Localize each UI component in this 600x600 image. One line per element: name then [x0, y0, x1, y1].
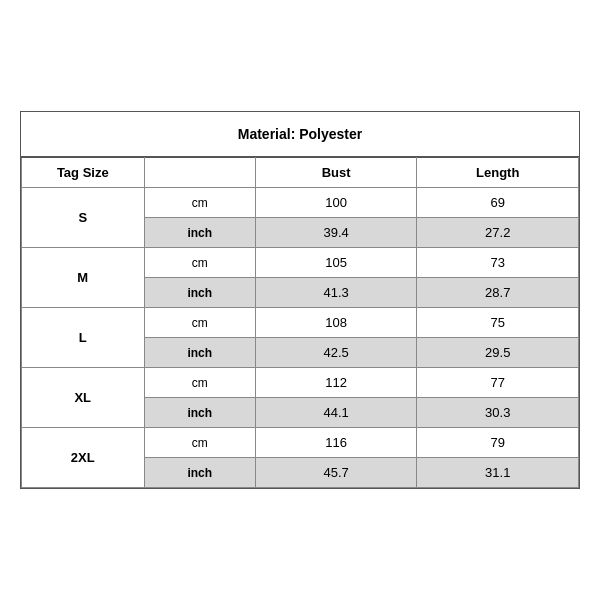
unit-cm-cell: cm	[144, 188, 255, 218]
size-chart: Material: Polyester Tag Size Bust Length…	[20, 111, 580, 489]
bust-inch-cell: 44.1	[255, 398, 417, 428]
unit-cm-cell: cm	[144, 368, 255, 398]
length-cm-cell: 75	[417, 308, 579, 338]
bust-inch-cell: 39.4	[255, 218, 417, 248]
length-inch-cell: 29.5	[417, 338, 579, 368]
bust-cm-cell: 116	[255, 428, 417, 458]
table-header: Tag Size Bust Length	[22, 158, 579, 188]
bust-cm-cell: 108	[255, 308, 417, 338]
length-cm-cell: 79	[417, 428, 579, 458]
length-inch-cell: 31.1	[417, 458, 579, 488]
bust-cm-cell: 112	[255, 368, 417, 398]
unit-cm-cell: cm	[144, 308, 255, 338]
tag-size-cell: 2XL	[22, 428, 145, 488]
unit-inch-cell: inch	[144, 278, 255, 308]
length-inch-cell: 28.7	[417, 278, 579, 308]
tag-size-cell: XL	[22, 368, 145, 428]
unit-inch-cell: inch	[144, 398, 255, 428]
chart-title: Material: Polyester	[21, 112, 579, 157]
unit-inch-cell: inch	[144, 218, 255, 248]
unit-cm-cell: cm	[144, 428, 255, 458]
unit-inch-cell: inch	[144, 338, 255, 368]
bust-cm-cell: 100	[255, 188, 417, 218]
unit-cm-cell: cm	[144, 248, 255, 278]
bust-cm-cell: 105	[255, 248, 417, 278]
bust-inch-cell: 41.3	[255, 278, 417, 308]
length-cm-cell: 77	[417, 368, 579, 398]
unit-header	[144, 158, 255, 188]
table-row: M cm 105 73	[22, 248, 579, 278]
table-row: XL cm 112 77	[22, 368, 579, 398]
tag-size-cell: S	[22, 188, 145, 248]
tag-size-cell: M	[22, 248, 145, 308]
table-row: L cm 108 75	[22, 308, 579, 338]
length-header: Length	[417, 158, 579, 188]
length-cm-cell: 69	[417, 188, 579, 218]
length-cm-cell: 73	[417, 248, 579, 278]
tag-size-header: Tag Size	[22, 158, 145, 188]
bust-inch-cell: 42.5	[255, 338, 417, 368]
table-row: 2XL cm 116 79	[22, 428, 579, 458]
bust-inch-cell: 45.7	[255, 458, 417, 488]
size-table: Tag Size Bust Length S cm 100 69 inch 39…	[21, 157, 579, 488]
length-inch-cell: 30.3	[417, 398, 579, 428]
bust-header: Bust	[255, 158, 417, 188]
length-inch-cell: 27.2	[417, 218, 579, 248]
unit-inch-cell: inch	[144, 458, 255, 488]
tag-size-cell: L	[22, 308, 145, 368]
table-row: S cm 100 69	[22, 188, 579, 218]
